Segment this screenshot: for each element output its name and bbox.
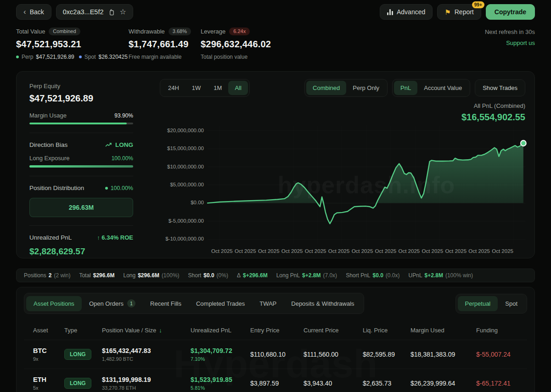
flag-icon: ⚑ <box>444 9 450 16</box>
x-axis-tick: Oct 2025 <box>399 248 420 254</box>
summary-stat-long-pnl: Long PnL$+2.8M(7.0x) <box>276 272 337 279</box>
y-axis-tick: $5,000,000.00 <box>170 182 204 187</box>
column-header-unrealized-pnl[interactable]: Unrealized PnL <box>191 327 250 334</box>
tab-open-orders[interactable]: Open Orders1 <box>82 295 143 312</box>
time-range-1m[interactable]: 1M <box>207 81 228 95</box>
total-value: $47,521,953.21 <box>16 39 129 50</box>
summary-stat-value: $0.0 <box>373 272 383 279</box>
summary-stat-label: Short PnL <box>346 272 370 279</box>
leverage-sub: Total position value <box>201 54 485 60</box>
copytrade-button[interactable]: Copytrade <box>486 4 535 20</box>
column-header-label: Liq. Price <box>363 327 388 334</box>
time-range-1w[interactable]: 1W <box>186 81 208 95</box>
column-header-liq-price[interactable]: Liq. Price <box>363 327 410 334</box>
support-us-link[interactable]: Support us <box>485 39 535 46</box>
favorite-star-icon[interactable]: ☆ <box>119 8 126 16</box>
pnl-chart-section: 24H1W1MAll CombinedPerp Only PnLAccount … <box>145 79 525 252</box>
column-header-current-price[interactable]: Current Price <box>304 327 363 334</box>
long-badge: LONG <box>64 349 91 360</box>
chart-end-marker <box>521 140 526 146</box>
mode-perp-only[interactable]: Perp Only <box>346 81 386 95</box>
mode-combined[interactable]: Combined <box>306 81 346 95</box>
wallet-address-pill[interactable]: 0xc2a3...E5f2 ☆ <box>56 4 133 20</box>
column-header-entry-price[interactable]: Entry Price <box>250 327 304 334</box>
summary-stat-positions: Positions2(2 win) <box>24 272 70 279</box>
tab-completed-trades[interactable]: Completed Trades <box>189 296 252 311</box>
summary-stat-extra: (7.0x) <box>323 272 337 279</box>
position-size: 33,270.78 ETH <box>102 385 191 391</box>
unrealized-pnl-label: Unrealized PnL <box>29 234 72 241</box>
tab-label: Completed Trades <box>196 300 245 307</box>
margin-usage-bar-fill <box>29 123 127 124</box>
withdrawable-stat: Withdrawable 3.68% $1,747,661.49 Free ma… <box>129 28 201 60</box>
positions-summary-bar: Positions2(2 win)Total$296.6MLong$296.6M… <box>16 269 535 282</box>
x-axis-tick: Oct 2025 <box>235 248 256 254</box>
time-range-all[interactable]: All <box>228 81 247 95</box>
x-axis-tick: Oct 2025 <box>305 248 326 254</box>
copy-icon[interactable] <box>108 9 115 16</box>
position-value-cell: $131,199,998.1933,270.78 ETH <box>102 376 191 391</box>
position-row-eth[interactable]: ETH5xLONG$131,199,998.1933,270.78 ETH$1,… <box>24 369 527 392</box>
market-toggle-perpetual[interactable]: Perpetual <box>458 296 498 311</box>
tab-label: Recent Fills <box>150 300 181 307</box>
pnl-headline: All PnL (Combined) $16,554,902.55 <box>160 102 525 123</box>
unrealized-pnl-percent: 7.10% <box>191 356 250 362</box>
combined-badge: Combined <box>49 28 80 35</box>
leverage-badge: 6.24x <box>229 28 250 35</box>
equity-chart-card: Perp Equity $47,521,926.89 Margin Usage … <box>16 71 535 258</box>
metric-pnl[interactable]: PnL <box>394 81 417 95</box>
column-header-margin-used[interactable]: Margin Used <box>410 327 476 334</box>
summary-stat-extra: (100%) <box>162 272 180 279</box>
chart-x-axis: Oct 2025Oct 2025Oct 2025Oct 2025Oct 2025… <box>208 245 525 254</box>
column-header-position-value-size[interactable]: Position Value / Size↓ <box>102 327 191 334</box>
market-toggle-spot[interactable]: Spot <box>498 296 525 311</box>
wallet-address: 0xc2a3...E5f2 <box>63 8 104 16</box>
margin-used: $26,239,999.64 <box>410 380 476 387</box>
position-size: 1,482.90 BTC <box>102 356 191 362</box>
tab-recent-fills[interactable]: Recent Fills <box>143 296 189 311</box>
advanced-button[interactable]: Advanced <box>380 4 433 20</box>
perp-equity-value: $47,521,926.89 <box>29 93 133 104</box>
funding-value: $-55,007.24 <box>476 351 527 358</box>
divider <box>29 225 133 226</box>
time-range-selector: 24H1W1MAll <box>160 79 250 97</box>
tab-twap[interactable]: TWAP <box>252 296 284 311</box>
column-header-funding[interactable]: Funding <box>476 327 527 334</box>
unrealized-pnl-percent: 5.81% <box>191 385 250 391</box>
margin-used: $18,381,383.09 <box>410 351 476 358</box>
total-value-label: Total Value <box>16 28 45 35</box>
entry-price: $110,680.10 <box>250 351 304 358</box>
tab-deposits-withdrawals[interactable]: Deposits & Withdrawals <box>284 296 361 311</box>
x-axis-tick: Oct 2025 <box>352 248 373 254</box>
withdrawable-value: $1,747,661.49 <box>129 39 201 50</box>
long-exposure-bar <box>29 165 133 168</box>
column-header-type[interactable]: Type <box>64 327 102 334</box>
tab-label: Asset Positions <box>34 300 74 307</box>
y-axis-tick: $-5,000,000.00 <box>169 218 204 224</box>
x-axis-tick: Oct 2025 <box>468 248 490 254</box>
position-row-btc[interactable]: BTC9xLONG$165,432,447.831,482.90 BTC$1,3… <box>24 340 527 369</box>
summary-stat-long: Long$296.6M(100%) <box>123 272 179 279</box>
show-trades-button[interactable]: Show Trades <box>475 79 525 96</box>
pnl-area-chart[interactable]: hyperdash.info <box>208 125 525 245</box>
tab-asset-positions[interactable]: Asset Positions <box>26 296 82 311</box>
time-range-24h[interactable]: 24H <box>162 81 186 95</box>
long-exposure-value: 100.00% <box>112 155 133 162</box>
position-value-cell: $165,432,447.831,482.90 BTC <box>102 347 191 362</box>
divider <box>29 176 133 176</box>
summary-stat-short-pnl: Short PnL$0.0(0.0x) <box>346 272 399 279</box>
entry-price: $3,897.59 <box>250 380 304 387</box>
top-bar-right: Advanced ⚑ Report 99+ Copytrade <box>380 4 535 20</box>
metric-account-value[interactable]: Account Value <box>417 81 468 95</box>
summary-stat-extra: (0%) <box>217 272 228 279</box>
back-button[interactable]: ‹ Back <box>16 4 51 20</box>
liquidation-price: $82,595.89 <box>363 351 410 358</box>
position-distribution-box[interactable]: 296.63M <box>29 198 133 217</box>
sort-descending-icon: ↓ <box>159 327 162 334</box>
x-axis-tick: Oct 2025 <box>492 248 513 254</box>
summary-stat-value: $296.6M <box>138 272 159 279</box>
refresh-info: Next refresh in 30s Support us <box>485 28 535 60</box>
column-header-asset[interactable]: Asset <box>33 327 64 334</box>
summary-stat-extra: (100% win) <box>445 272 473 279</box>
report-button[interactable]: ⚑ Report 99+ <box>437 4 481 20</box>
